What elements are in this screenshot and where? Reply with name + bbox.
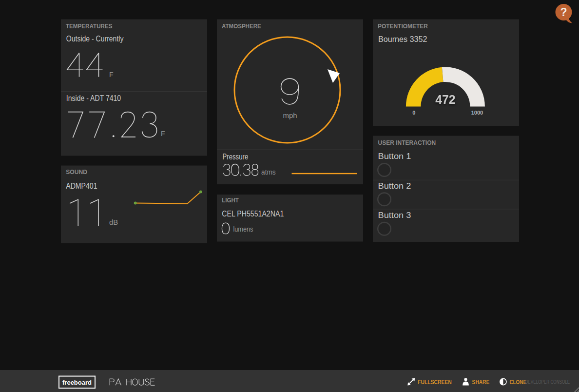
svg-text:USER INTERACTION: USER INTERACTION [378, 139, 436, 146]
svg-text:F: F [161, 130, 165, 137]
svg-text:lumens: lumens [233, 225, 253, 233]
svg-text:?: ? [560, 6, 567, 19]
svg-text:FULLSCREEN: FULLSCREEN [418, 379, 452, 386]
svg-text:SHARE: SHARE [472, 379, 490, 386]
svg-text:Inside - ADT 7410: Inside - ADT 7410 [66, 94, 121, 102]
svg-text:dB: dB [109, 218, 118, 226]
svg-text:ADMP401: ADMP401 [66, 182, 97, 190]
svg-text:Pressure: Pressure [223, 153, 249, 161]
svg-text:DEVELOPER CONSOLE: DEVELOPER CONSOLE [525, 379, 570, 385]
svg-text:CEL PH5551A2NA1: CEL PH5551A2NA1 [222, 210, 284, 218]
svg-text:LIGHT: LIGHT [222, 196, 239, 204]
svg-text:ATMOSPHERE: ATMOSPHERE [222, 22, 261, 30]
svg-text:mph: mph [283, 111, 297, 119]
svg-text:CLONE: CLONE [509, 379, 526, 386]
svg-text:Button 3: Button 3 [378, 211, 411, 219]
svg-text:0: 0 [412, 110, 415, 116]
svg-text:Button 2: Button 2 [378, 182, 411, 190]
svg-text:Outside - Currently: Outside - Currently [66, 35, 124, 43]
svg-text:TEMPERATURES: TEMPERATURES [66, 22, 113, 30]
svg-text:472: 472 [435, 92, 455, 107]
svg-text:atms: atms [261, 168, 276, 176]
svg-text:freeboard: freeboard [62, 379, 92, 386]
svg-text:SOUND: SOUND [66, 168, 87, 176]
svg-text:Bournes 3352: Bournes 3352 [378, 35, 427, 43]
svg-text:Button 1: Button 1 [378, 152, 411, 160]
svg-text:POTENTIOMETER: POTENTIOMETER [378, 22, 428, 30]
svg-text:1000: 1000 [471, 110, 483, 116]
svg-text:F: F [109, 71, 114, 78]
